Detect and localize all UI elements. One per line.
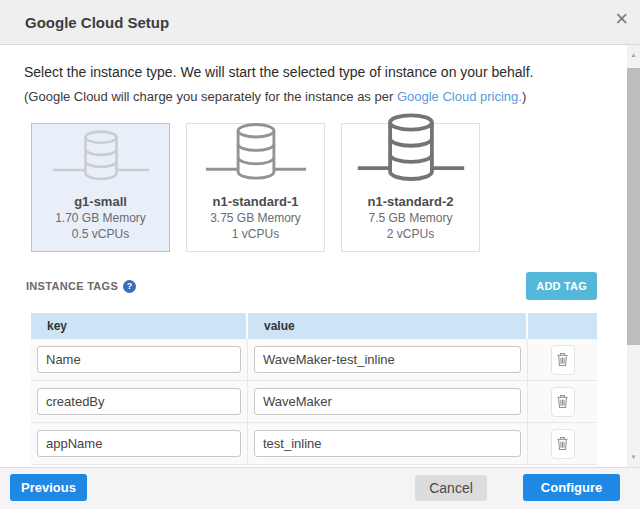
instance-memory: 3.75 GB Memory <box>210 210 301 226</box>
scrollbar-down-icon[interactable]: ▼ <box>627 449 640 465</box>
database-icon <box>354 112 468 188</box>
instance-card-n1-standard-1[interactable]: n1-standard-1 3.75 GB Memory 1 vCPUs <box>186 123 325 252</box>
dialog-title: Google Cloud Setup <box>25 14 169 31</box>
vertical-scrollbar: ▲ ▼ <box>627 45 640 467</box>
tag-value-input[interactable] <box>254 430 521 457</box>
instance-tags-label: INSTANCE TAGS <box>26 280 118 292</box>
dialog-header: Google Cloud Setup × <box>0 0 640 45</box>
column-header-key: key <box>31 313 246 339</box>
pricing-note-prefix: (Google Cloud will charge you separately… <box>24 89 397 104</box>
instance-tags-table: key value <box>31 313 597 465</box>
tag-key-input[interactable] <box>37 346 241 373</box>
google-cloud-pricing-link[interactable]: Google Cloud pricing. <box>397 89 522 104</box>
tag-value-input[interactable] <box>254 346 521 373</box>
instance-type-instruction: Select the instance type. We will start … <box>24 64 533 80</box>
instance-vcpus: 0.5 vCPUs <box>72 226 129 242</box>
instance-memory: 1.70 GB Memory <box>55 210 146 226</box>
instance-name: n1-standard-1 <box>213 193 299 210</box>
previous-button[interactable]: Previous <box>10 474 87 501</box>
configure-button[interactable]: Configure <box>523 474 620 501</box>
table-row <box>31 339 597 381</box>
cancel-button[interactable]: Cancel <box>415 475 487 501</box>
delete-tag-button[interactable] <box>551 345 575 375</box>
help-icon[interactable]: ? <box>123 280 136 293</box>
database-icon <box>202 120 310 188</box>
instance-memory: 7.5 GB Memory <box>368 210 452 226</box>
delete-tag-button[interactable] <box>551 429 575 459</box>
instance-name: n1-standard-2 <box>368 193 454 210</box>
trash-icon <box>556 436 569 451</box>
pricing-note: (Google Cloud will charge you separately… <box>24 89 526 104</box>
google-cloud-setup-dialog: Google Cloud Setup × Select the instance… <box>0 0 640 509</box>
pricing-note-suffix: ) <box>522 89 526 104</box>
trash-icon <box>556 394 569 409</box>
add-tag-button[interactable]: ADD TAG <box>526 272 597 300</box>
tag-key-input[interactable] <box>37 430 241 457</box>
instance-vcpus: 2 vCPUs <box>387 226 434 242</box>
delete-tag-button[interactable] <box>551 387 575 417</box>
column-header-value: value <box>248 313 526 339</box>
table-header-row: key value <box>31 313 597 339</box>
instance-name: g1-small <box>74 193 127 210</box>
instance-card-g1-small[interactable]: g1-small 1.70 GB Memory 0.5 vCPUs <box>31 123 170 252</box>
tag-key-input[interactable] <box>37 388 241 415</box>
close-icon[interactable]: × <box>615 8 628 30</box>
table-row <box>31 423 597 465</box>
trash-icon <box>556 352 569 367</box>
instance-vcpus: 1 vCPUs <box>232 226 279 242</box>
table-row <box>31 381 597 423</box>
dialog-footer: Previous Cancel Configure <box>0 467 640 509</box>
scrollbar-thumb[interactable] <box>627 68 640 345</box>
column-header-actions <box>528 313 597 339</box>
tag-value-input[interactable] <box>254 388 521 415</box>
instance-tags-header: INSTANCE TAGS ? ADD TAG <box>26 272 597 300</box>
database-icon <box>49 126 153 188</box>
scrollbar-up-icon[interactable]: ▲ <box>627 47 640 63</box>
instance-card-n1-standard-2[interactable]: n1-standard-2 7.5 GB Memory 2 vCPUs <box>341 123 480 252</box>
instance-type-cards: g1-small 1.70 GB Memory 0.5 vCPUs n1-sta… <box>31 123 480 252</box>
